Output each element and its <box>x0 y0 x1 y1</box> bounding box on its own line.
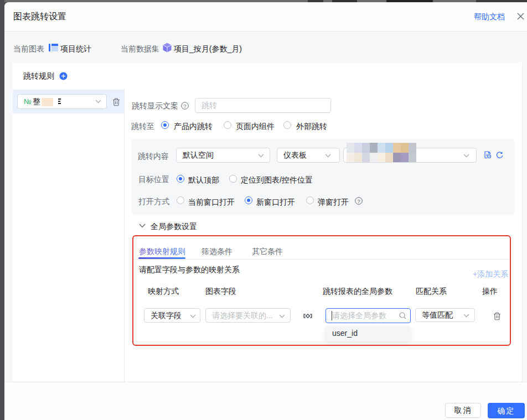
svg-text:?: ? <box>357 198 360 204</box>
svg-text:?: ? <box>183 103 186 109</box>
